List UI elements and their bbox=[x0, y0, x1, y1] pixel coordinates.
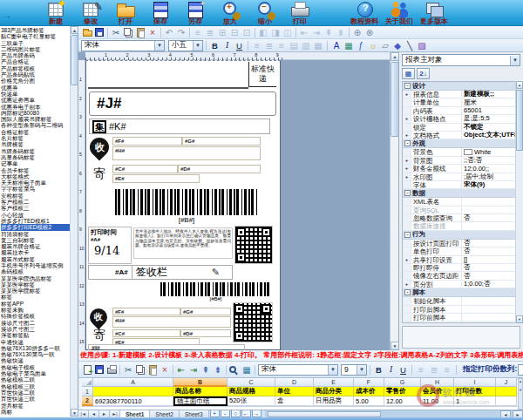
template-item[interactable]: 接诊尺寸图三 bbox=[1, 326, 70, 332]
print-copies-select[interactable]: ▼ bbox=[518, 364, 523, 376]
template-item[interactable]: 百世快递二联 bbox=[1, 390, 70, 396]
merge-cells-icon[interactable]: ⊟ bbox=[228, 27, 241, 38]
underline-button[interactable]: U bbox=[397, 364, 409, 376]
toolbar-overflow-arrow-icon[interactable]: → bbox=[3, 10, 11, 20]
sheet-font-size-select[interactable]: 9 ▼ bbox=[341, 364, 367, 376]
template-item[interactable]: 小心轻放 bbox=[1, 212, 70, 218]
template-item[interactable]: 三联单子 bbox=[1, 40, 70, 46]
print-button[interactable]: 打印 bbox=[282, 0, 317, 25]
sheet-tab[interactable]: Sheet1 bbox=[120, 410, 150, 417]
template-item[interactable]: 申通快递 bbox=[1, 339, 70, 345]
template-item[interactable]: 服装挂衣卡 bbox=[1, 249, 70, 255]
grid-icon[interactable]: ⊡ bbox=[241, 27, 253, 38]
spreadsheet-scrollbar[interactable]: ▲▼ bbox=[518, 378, 523, 410]
scrollbar-thumb[interactable] bbox=[391, 62, 398, 137]
field-j-box[interactable]: #J# bbox=[89, 91, 276, 116]
template-item[interactable]: 吊牌条码标签 bbox=[1, 148, 70, 154]
column-header[interactable]: C bbox=[228, 378, 275, 387]
template-item[interactable]: 某某医学院伪品标签 bbox=[1, 275, 70, 281]
template-item[interactable]: 餐注打印设计 bbox=[1, 415, 70, 416]
field-k-box[interactable]: 集 #K# bbox=[89, 119, 270, 134]
scroll-up-icon[interactable]: ▲ bbox=[516, 81, 523, 89]
paste-icon[interactable] bbox=[146, 364, 159, 376]
template-item[interactable]: 特殊价签模板 bbox=[1, 313, 70, 319]
scrollbar-thumb[interactable] bbox=[71, 35, 78, 85]
template-item[interactable]: 某某医学院标签 bbox=[1, 288, 70, 294]
scroll-up-icon[interactable]: ▲ bbox=[391, 52, 398, 61]
template-item[interactable]: 产品合格证 bbox=[1, 58, 70, 64]
delete-icon[interactable]: × bbox=[159, 364, 171, 376]
template-item[interactable]: 货具标签 bbox=[1, 403, 70, 409]
sheet-tab[interactable]: Sheet3 bbox=[180, 410, 209, 417]
align-right-icon[interactable]: ≡ bbox=[275, 40, 288, 51]
align-center-icon[interactable]: ≣ bbox=[204, 27, 216, 38]
template-item[interactable]: 标签来购 bbox=[1, 307, 70, 313]
property-row[interactable]: 计量单位厘米 bbox=[403, 98, 520, 106]
table-cell[interactable]: 盒 bbox=[275, 396, 314, 406]
sheet-action-button[interactable]: + bbox=[210, 410, 220, 417]
template-item[interactable]: 热敏76X130菜鸟一联 bbox=[1, 351, 70, 357]
field-i-box[interactable]: #I# bbox=[88, 344, 245, 350]
template-item[interactable]: 热敏电子模板 bbox=[1, 364, 70, 370]
sheet-save-icon[interactable] bbox=[93, 364, 105, 376]
template-item[interactable]: 商标 bbox=[1, 409, 70, 415]
settings-icon[interactable]: ☼ bbox=[367, 40, 379, 51]
font-family-select[interactable]: 宋体 ▼ bbox=[81, 40, 165, 51]
delete-icon[interactable]: × bbox=[146, 27, 159, 38]
open-mini-icon[interactable] bbox=[81, 27, 93, 38]
sender-char[interactable]: 寄 bbox=[93, 166, 105, 182]
align-center-icon[interactable]: ≣ bbox=[263, 40, 275, 51]
italic-button[interactable]: I bbox=[385, 364, 397, 376]
col-right-icon[interactable]: ◨ bbox=[269, 27, 282, 38]
column-header[interactable]: F bbox=[354, 378, 384, 387]
zoom-out-button[interactable]: 缩小 bbox=[248, 0, 282, 25]
field-e[interactable]: #E# bbox=[112, 174, 200, 183]
template-item[interactable]: 热敏快递 bbox=[1, 357, 70, 363]
tab-nav-button[interactable]: |◄ bbox=[78, 410, 89, 417]
find-icon[interactable] bbox=[228, 364, 241, 376]
dist-up-icon[interactable]: ⇞ bbox=[323, 27, 335, 38]
label-page[interactable]: 标准快递 #J# 集 #K# 收 #F# #G# #H# 寄 #C# #D# #… bbox=[85, 60, 281, 350]
template-item[interactable]: 热敏76X130拼多多一联 bbox=[1, 345, 70, 351]
template-item[interactable]: 内部标记80080 bbox=[1, 110, 70, 116]
canvas-scrollbar[interactable]: ▲ ▼ bbox=[390, 52, 398, 350]
sheet-action-button[interactable]: - bbox=[221, 410, 230, 417]
column-header[interactable]: J bbox=[496, 378, 517, 387]
template-item[interactable]: 优惠券 bbox=[1, 85, 70, 91]
col-center-icon[interactable]: ◫ bbox=[282, 27, 294, 38]
insert-row-icon[interactable]: ⇞ bbox=[200, 364, 212, 376]
sheet-action-button[interactable]: ← bbox=[241, 410, 251, 417]
template-item[interactable]: 吊牌横签 bbox=[1, 141, 70, 147]
table-cell[interactable] bbox=[496, 396, 517, 406]
property-row[interactable]: 忽略数据查询否 bbox=[403, 214, 520, 222]
scroll-down-icon[interactable]: ▼ bbox=[391, 342, 398, 350]
template-item[interactable]: 优惠证劵画单 bbox=[1, 97, 70, 103]
chevron-down-icon[interactable]: ▼ bbox=[510, 56, 520, 65]
template-item[interactable]: 日清袋标签 bbox=[1, 231, 70, 237]
template-item[interactable]: 快递单 bbox=[1, 91, 70, 97]
table-cell[interactable]: 12.00 bbox=[384, 396, 421, 406]
scroll-down-icon[interactable]: ▼ bbox=[516, 315, 523, 323]
open-button[interactable]: 打开 bbox=[108, 0, 143, 25]
scrollbar-thumb[interactable] bbox=[268, 411, 381, 417]
qr-code[interactable] bbox=[233, 302, 273, 342]
redo-icon[interactable]: ↷ bbox=[175, 27, 187, 38]
table-cell[interactable]: 零售价 bbox=[384, 387, 421, 396]
template-item[interactable]: 热敏电子菜鸟面单 bbox=[1, 370, 70, 376]
template-item[interactable]: 安检标签 bbox=[1, 193, 70, 199]
col-left-icon[interactable]: ◧ bbox=[257, 27, 269, 38]
table-cell[interactable]: 打印份数 bbox=[454, 387, 496, 396]
sheet-action-button[interactable]: → bbox=[252, 410, 262, 417]
template-item[interactable]: 手机串号序列号递增实例 bbox=[1, 262, 70, 268]
categorize-button[interactable]: ▦ bbox=[402, 68, 415, 79]
scroll-down-icon[interactable]: ▼ bbox=[71, 409, 78, 417]
barcode[interactable] bbox=[160, 282, 271, 296]
template-item[interactable]: 天天标准电子面单 bbox=[1, 180, 70, 186]
field-g[interactable]: #G# bbox=[182, 137, 261, 146]
tutorial-button[interactable]: 教程资料 bbox=[347, 0, 382, 25]
property-group-header[interactable]: -数据 bbox=[403, 189, 520, 198]
column-header[interactable]: E bbox=[314, 378, 354, 387]
align-left-icon[interactable]: ≡ bbox=[415, 364, 427, 376]
sheet-action-button[interactable]: ○ bbox=[231, 410, 241, 417]
table-cell[interactable]: 商品分类 bbox=[314, 387, 354, 396]
